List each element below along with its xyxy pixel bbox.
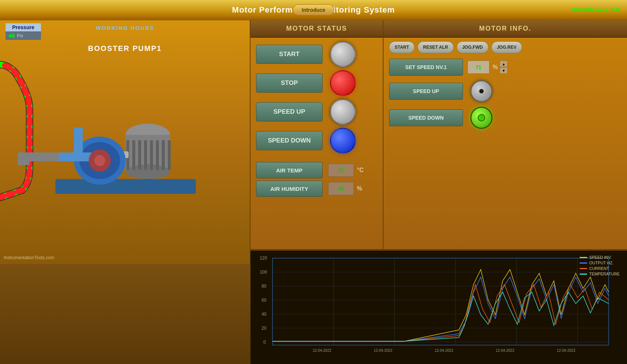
start-row: START — [256, 41, 377, 67]
start-indicator — [330, 41, 356, 67]
output-hz-label: OUTPUT HZ. — [589, 261, 614, 265]
stop-indicator — [330, 70, 356, 96]
svg-text:12-04-2022: 12-04-2022 — [557, 348, 576, 353]
main-layout: Pressure 48 Psi WORKING HOURS BOOSTER PU… — [0, 20, 627, 364]
speed-down-indicator — [330, 128, 356, 154]
svg-rect-0 — [55, 179, 196, 194]
right-top: MOTOR STATUS START STOP SPEED U — [251, 20, 627, 250]
sensor-area: AIR TEMP 11 °C AIR HUMIDITY 62 % — [251, 160, 383, 199]
right-panels: MOTOR STATUS START STOP SPEED U — [251, 20, 627, 364]
air-humidity-value: 62 — [328, 182, 354, 195]
info-speed-down-label: SPEED DOWN — [389, 109, 463, 126]
air-temp-unit: °C — [357, 167, 364, 174]
air-temp-label: AIR TEMP — [256, 162, 323, 178]
speed-up-row: SPEED UP — [256, 99, 377, 125]
legend-current: CURRENT — [580, 266, 620, 271]
svg-text:12-04-2022: 12-04-2022 — [435, 348, 454, 353]
svg-rect-11 — [168, 140, 171, 170]
green-knob-inner — [478, 114, 485, 121]
pump-illustration — [0, 20, 251, 264]
svg-rect-8 — [150, 140, 153, 170]
info-speed-up-label: SPEED UP — [389, 83, 463, 100]
left-bottom — [0, 264, 251, 364]
svg-text:100: 100 — [260, 269, 267, 275]
speed-up-knob[interactable] — [470, 80, 493, 102]
speed-down-row: SPEED DOWN — [256, 128, 377, 154]
chart-legend: SPEED INV. OUTPUT HZ. CURRENT TEMPERATUR… — [580, 255, 620, 276]
stop-row: STOP — [256, 70, 377, 96]
site-label: InstrumentationTools.com — [4, 255, 54, 260]
left-wrapper: Pressure 48 Psi WORKING HOURS BOOSTER PU… — [0, 20, 251, 364]
svg-text:12-04-2022: 12-04-2022 — [374, 348, 392, 353]
info-start-btn[interactable]: START — [389, 41, 415, 53]
air-humidity-label: AIR HUMIDITY — [256, 181, 323, 197]
svg-text:12-04-2022: 12-04-2022 — [313, 348, 331, 353]
current-label: CURRENT — [589, 266, 609, 271]
set-speed-label: SET SPEED NV.1 — [389, 59, 463, 76]
current-color — [580, 268, 587, 269]
svg-rect-5 — [132, 140, 135, 170]
air-temp-row: AIR TEMP 11 °C — [256, 162, 377, 178]
motor-status-header: MOTOR STATUS — [251, 20, 383, 38]
svg-point-18 — [94, 155, 105, 166]
svg-text:120: 120 — [260, 255, 267, 261]
speed-down-button[interactable]: SPEED DOWN — [256, 131, 323, 150]
speed-up-indicator — [330, 99, 356, 125]
info-buttons-row: START RESET ALR JOG.FWD JOG.REV — [389, 41, 621, 53]
legend-temperature: TEMPERATURE — [580, 272, 620, 276]
svg-text:20: 20 — [262, 326, 266, 331]
status-buttons-area: START STOP SPEED UP SPEED — [251, 38, 383, 160]
introduce-container: Introduce — [293, 4, 335, 16]
datetime-display: 12/04/2022 week. TLR — [570, 7, 620, 13]
info-controls-area: START RESET ALR JOG.FWD JOG.REV SET SPEE… — [384, 38, 627, 137]
air-humidity-unit: % — [357, 185, 362, 192]
svg-rect-7 — [144, 140, 147, 170]
info-jog-rev-btn[interactable]: JOG.REV — [491, 41, 522, 53]
speed-inv-color — [580, 257, 587, 258]
svg-text:40: 40 — [262, 312, 266, 317]
air-temp-value: 11 — [328, 164, 354, 177]
speed-inv-label: SPEED INV. — [589, 255, 612, 260]
svg-rect-10 — [162, 140, 165, 170]
svg-rect-9 — [156, 140, 159, 170]
set-speed-input[interactable]: 71 — [467, 61, 490, 74]
percent-label: % — [493, 64, 498, 71]
left-panel: Pressure 48 Psi WORKING HOURS BOOSTER PU… — [0, 20, 251, 264]
chart-svg: 120 100 80 60 40 20 0 12-04-2022 12-04-2… — [258, 254, 620, 360]
temperature-label: TEMPERATURE — [589, 272, 620, 276]
svg-text:60: 60 — [262, 298, 266, 303]
speed-up-button[interactable]: SPEED UP — [256, 102, 323, 121]
header: Motor Performance Monitoring System Intr… — [0, 0, 627, 20]
start-button[interactable]: START — [256, 45, 323, 64]
set-speed-row: SET SPEED NV.1 71 % ▲ ▼ — [389, 59, 621, 76]
svg-text:80: 80 — [262, 284, 266, 289]
introduce-button[interactable]: Introduce — [293, 4, 335, 16]
speed-increment-btn[interactable]: ▲ — [500, 61, 508, 67]
legend-speed-inv: SPEED INV. — [580, 255, 620, 260]
motor-status-title: MOTOR STATUS — [286, 25, 347, 32]
svg-rect-6 — [138, 140, 141, 170]
air-humidity-row: AIR HUMIDITY 62 % — [256, 181, 377, 197]
legend-output-hz: OUTPUT HZ. — [580, 261, 620, 265]
motor-status-panel: MOTOR STATUS START STOP SPEED U — [251, 20, 384, 250]
motor-info-panel: MOTOR INFO. START RESET ALR JOG.FWD JOG.… — [384, 20, 627, 250]
motor-info-title: MOTOR INFO. — [479, 25, 532, 32]
output-hz-color — [580, 262, 587, 264]
info-jog-fwd-btn[interactable]: JOG.FWD — [457, 41, 488, 53]
motor-info-header: MOTOR INFO. — [384, 20, 627, 38]
output-hz-line — [273, 277, 609, 341]
chart-area: SPEED INV. OUTPUT HZ. CURRENT TEMPERATUR… — [251, 250, 627, 364]
svg-text:0: 0 — [263, 340, 266, 345]
temperature-color — [580, 274, 587, 275]
speed-decrement-btn[interactable]: ▼ — [500, 67, 508, 74]
svg-rect-16 — [74, 127, 83, 157]
speed-down-knob[interactable] — [470, 107, 493, 129]
info-speed-up-row: SPEED UP — [389, 80, 621, 102]
stop-button[interactable]: STOP — [256, 73, 323, 93]
svg-text:12-04-2022: 12-04-2022 — [496, 348, 515, 353]
knob-dot — [479, 89, 484, 93]
info-speed-down-row: SPEED DOWN — [389, 107, 621, 129]
info-reset-alr-btn[interactable]: RESET ALR — [418, 41, 454, 53]
